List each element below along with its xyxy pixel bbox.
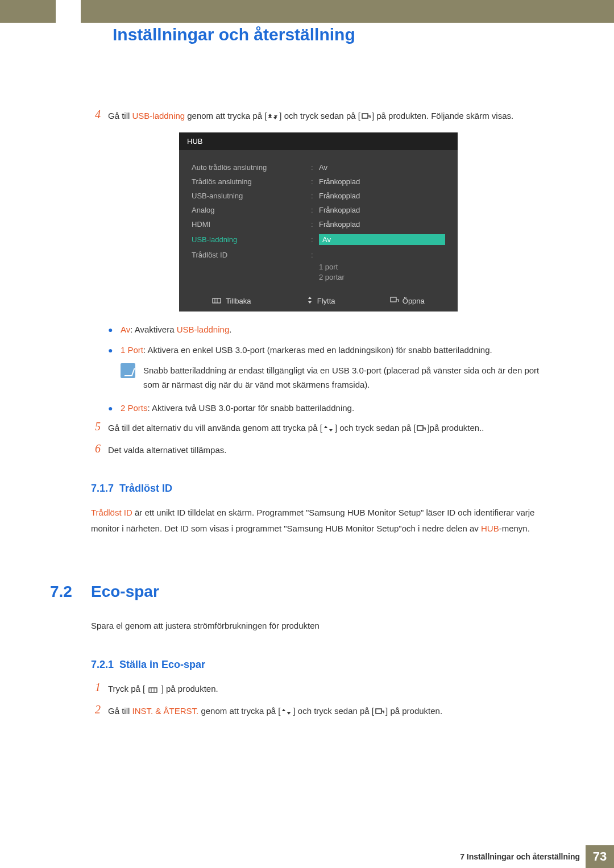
osd-label: Auto trådlös anslutning [192, 163, 311, 172]
osd-row: Analog:Frånkopplad [192, 203, 445, 217]
top-bar-tab [56, 0, 81, 23]
link-hub: HUB [481, 524, 499, 533]
bullet-icon: ● [108, 342, 121, 358]
osd-row: Auto trådlös anslutning:Av [192, 160, 445, 175]
label: 2 Ports [121, 403, 148, 413]
osd-label: HDMI [192, 220, 311, 229]
osd-row: Trådlös anslutning:Frånkopplad [192, 175, 445, 189]
footer-page-number: 73 [586, 845, 614, 868]
link-inst-aterst: INST. & ÅTERST. [132, 706, 199, 716]
page-footer: 7 Inställningar och återställning73 [0, 845, 614, 868]
step-4: 4 Gå till USB-laddning genom att trycka … [91, 108, 546, 124]
osd-open: Öppna [390, 297, 425, 305]
paragraph: Trådlöst ID är ett unikt ID tilldelat en… [91, 505, 546, 537]
note-text: Snabb batteriladdning är endast tillgäng… [143, 363, 546, 392]
osd-option: 1 port 2 portar [319, 262, 445, 287]
bullet-icon: ● [108, 322, 121, 337]
top-bar [0, 0, 614, 23]
eco-step-2: 2 Gå till INST. & ÅTERST. genom att tryc… [91, 703, 546, 720]
osd-label: Trådlös anslutning [192, 177, 311, 186]
osd-hub-panel: HUB Auto trådlös anslutning:Av Trådlös a… [179, 132, 458, 312]
osd-row: HDMI:Frånkopplad [192, 217, 445, 231]
link-usb-laddning: USB-laddning [177, 325, 230, 334]
back-icon [212, 297, 222, 305]
svg-rect-4 [391, 297, 396, 302]
list-item: ● 1 Port: Aktivera en enkel USB 3.0-port… [108, 342, 546, 358]
osd-label: Analog [192, 206, 311, 214]
footer-chapter: 7 Inställningar och återställning [460, 845, 580, 868]
subsection-heading: 7.1.7 Trådlöst ID [91, 483, 546, 495]
osd-row: USB-anslutning:Frånkopplad [192, 189, 445, 203]
label: Av [121, 325, 130, 334]
section-number: 7.2 [50, 583, 72, 601]
osd-body: Auto trådlös anslutning:Av Trådlös anslu… [179, 150, 458, 292]
osd-move: Flytta [306, 296, 335, 306]
step-body: Gå till INST. & ÅTERST. genom att trycka… [108, 703, 546, 720]
bullet-list: ● 2 Ports: Aktivera två USB 3.0-portar f… [91, 400, 546, 416]
step-5: 5 Gå till det alternativ du vill använda… [91, 420, 546, 437]
step-body: Tryck på [ ] på produkten. [108, 681, 546, 697]
up-down-icon [281, 704, 292, 720]
text: ] och tryck sedan på [ [279, 111, 360, 121]
move-icon [306, 296, 314, 306]
osd-value: Frånkopplad [319, 206, 445, 214]
step-number: 6 [91, 442, 108, 458]
osd-row: Trådlöst ID: [192, 248, 445, 262]
step-body: Det valda alternativet tillämpas. [108, 442, 546, 458]
note-icon [121, 363, 135, 378]
step-body: Gå till USB-laddning genom att trycka på… [108, 108, 546, 124]
svg-rect-5 [417, 426, 423, 430]
list-item: ● Av: Avaktivera USB-laddning. [108, 322, 546, 337]
paragraph: Spara el genom att justera strömförbrukn… [91, 618, 546, 634]
osd-value: Av [319, 163, 445, 172]
svg-rect-0 [362, 114, 368, 118]
menu-icon [148, 682, 157, 697]
eco-step-1: 1 Tryck på [ ] på produkten. [91, 681, 546, 697]
subsection-heading: 7.2.1 Ställa in Eco-spar [91, 659, 546, 671]
osd-title: HUB [179, 132, 458, 150]
bullet-list: ● Av: Avaktivera USB-laddning. ● 1 Port:… [91, 322, 546, 357]
osd-footer: Tillbaka Flytta Öppna [179, 292, 458, 312]
enter-icon [362, 109, 371, 124]
link-usb-laddning: USB-laddning [132, 111, 185, 121]
bullet-icon: ● [108, 400, 121, 416]
osd-label: Trådlöst ID [192, 251, 311, 259]
svg-rect-6 [149, 688, 157, 692]
up-down-icon [268, 109, 278, 124]
note-callout: Snabb batteriladdning är endast tillgäng… [121, 363, 546, 392]
main-content: 4 Gå till USB-laddning genom att trycka … [91, 108, 546, 725]
osd-back: Tillbaka [212, 297, 251, 305]
osd-value-highlight: Av [319, 234, 445, 245]
up-down-icon [323, 421, 334, 437]
list-item: ● 2 Ports: Aktivera två USB 3.0-portar f… [108, 400, 546, 416]
label: 1 Port [121, 345, 143, 355]
step-6: 6 Det valda alternativet tillämpas. [91, 442, 546, 458]
osd-value: Frånkopplad [319, 220, 445, 229]
osd-value: Frånkopplad [319, 192, 445, 200]
page-title: Inställningar och återställning [113, 25, 355, 44]
text: genom att trycka på [ [185, 111, 267, 121]
text: ] på produkten. Följande skärm visas. [372, 111, 513, 121]
section-7-2: 7.2 Eco-spar Spara el genom att justera … [91, 583, 546, 720]
step-number: 4 [91, 108, 108, 124]
section-title: Eco-spar [91, 583, 546, 601]
osd-label: USB-anslutning [192, 192, 311, 200]
step-number: 5 [91, 420, 108, 437]
open-icon [390, 297, 399, 305]
osd-label: USB-laddning [192, 235, 311, 244]
link-tradlost-id: Trådlöst ID [91, 508, 132, 517]
enter-icon [417, 421, 426, 437]
step-number: 2 [91, 703, 108, 720]
svg-rect-9 [376, 709, 381, 713]
step-body: Gå till det alternativ du vill använda g… [108, 420, 546, 437]
step-number: 1 [91, 681, 108, 697]
svg-rect-1 [213, 298, 221, 303]
text: Gå till [108, 111, 132, 121]
osd-row-active: USB-laddning:Av [192, 231, 445, 248]
enter-icon [375, 704, 384, 720]
osd-value: Frånkopplad [319, 177, 445, 186]
